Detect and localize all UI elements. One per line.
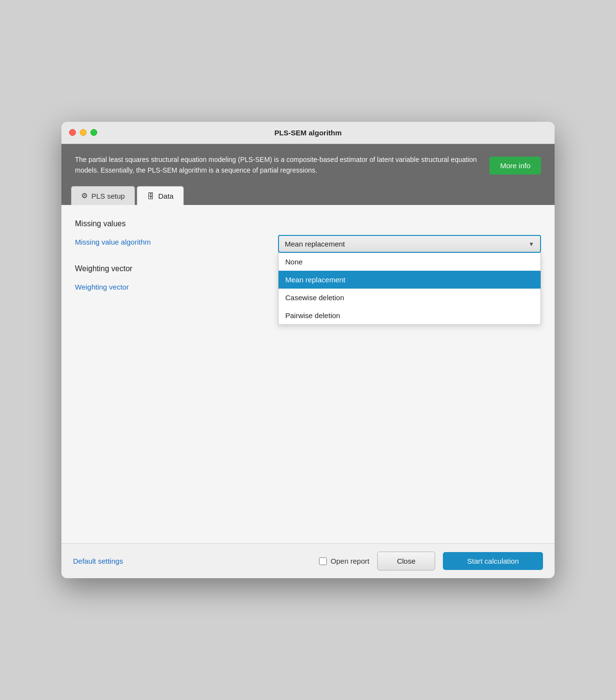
title-bar: PLS-SEM algorithm <box>61 122 555 144</box>
dropdown-option-pairwise-deletion[interactable]: Pairwise deletion <box>279 306 541 324</box>
open-report-section: Open report <box>319 557 369 565</box>
chevron-down-icon: ▼ <box>528 241 534 248</box>
maximize-traffic-light[interactable] <box>90 129 97 136</box>
weighting-vector-link[interactable]: Weighting vector <box>75 283 129 291</box>
open-report-checkbox[interactable] <box>319 557 327 565</box>
missing-value-algorithm-control: Mean replacement ▼ None Mean replacement… <box>278 235 541 253</box>
tab-pls-setup[interactable]: ⚙ PLS setup <box>71 186 135 205</box>
more-info-button[interactable]: More info <box>489 157 541 175</box>
open-report-label: Open report <box>331 557 369 565</box>
footer-left: Default settings <box>73 557 123 565</box>
close-traffic-light[interactable] <box>69 129 76 136</box>
traffic-lights <box>69 129 97 136</box>
weighting-vector-label-col: Weighting vector <box>75 280 278 292</box>
window-title: PLS-SEM algorithm <box>274 129 341 137</box>
dropdown-option-mean-replacement[interactable]: Mean replacement <box>279 271 541 289</box>
dropdown-option-none[interactable]: None <box>279 253 541 271</box>
missing-value-dropdown[interactable]: Mean replacement ▼ <box>278 235 541 253</box>
missing-value-dropdown-container: Mean replacement ▼ None Mean replacement… <box>278 235 541 253</box>
gear-icon: ⚙ <box>81 191 88 200</box>
missing-values-section-title: Missing values <box>75 219 541 228</box>
close-button[interactable]: Close <box>377 552 435 570</box>
dropdown-selected-value: Mean replacement <box>285 240 345 248</box>
missing-value-dropdown-list: None Mean replacement Casewise deletion … <box>278 253 541 325</box>
start-calculation-button[interactable]: Start calculation <box>443 552 543 570</box>
header-banner: The partial least squares structural equ… <box>61 144 555 186</box>
dropdown-option-casewise-deletion[interactable]: Casewise deletion <box>279 289 541 306</box>
header-description: The partial least squares structural equ… <box>75 155 480 175</box>
tab-pls-setup-label: PLS setup <box>91 192 125 200</box>
minimize-traffic-light[interactable] <box>80 129 87 136</box>
missing-value-algorithm-link[interactable]: Missing value algorithm <box>75 238 151 246</box>
default-settings-link[interactable]: Default settings <box>73 557 123 565</box>
content-area: Missing values Missing value algorithm M… <box>61 205 555 543</box>
tab-data[interactable]: 🗄 Data <box>137 186 184 205</box>
tab-data-label: Data <box>158 192 174 200</box>
tabs-bar: ⚙ PLS setup 🗄 Data <box>61 186 555 205</box>
footer-right: Open report Close Start calculation <box>319 552 543 570</box>
main-window: PLS-SEM algorithm The partial least squa… <box>61 122 555 578</box>
missing-value-algorithm-row: Missing value algorithm Mean replacement… <box>75 235 541 253</box>
footer: Default settings Open report Close Start… <box>61 543 555 578</box>
database-icon: 🗄 <box>147 192 154 200</box>
missing-value-algorithm-label-col: Missing value algorithm <box>75 235 278 247</box>
